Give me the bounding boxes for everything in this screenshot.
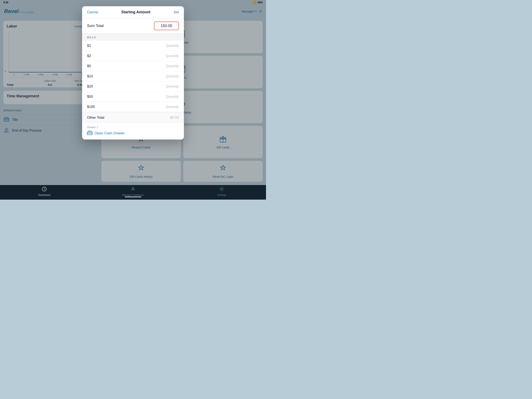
open-cash-drawer-text: Open Cash Drawer: [95, 131, 125, 135]
bill-quantity-5: Quantity: [166, 64, 179, 68]
sum-total-label: Sum Total: [87, 24, 104, 28]
bills-label: BILLS: [87, 36, 96, 39]
bill-quantity-2: Quantity: [166, 54, 179, 58]
bill-quantity-1: Quantity: [166, 44, 179, 48]
drawer-section: Drawer 1 Open Cash Drawer: [82, 123, 184, 140]
bill-quantity-50: Quantity: [166, 95, 179, 99]
bill-denomination-5: $5: [87, 64, 91, 68]
sum-total-value: 150.00: [154, 22, 179, 30]
other-total-row: Other Total $0.00: [82, 112, 184, 123]
bill-quantity-100: Quantity: [166, 105, 179, 109]
open-cash-drawer-button[interactable]: Open Cash Drawer: [87, 130, 125, 136]
bill-denomination-20: $20: [87, 84, 93, 89]
bill-row-5[interactable]: $5 Quantity: [82, 61, 184, 71]
bill-row-20[interactable]: $20 Quantity: [82, 82, 184, 92]
cash-drawer-icon: [87, 130, 93, 136]
bill-denomination-1: $1: [87, 44, 91, 48]
bill-row-50[interactable]: $50 Quantity: [82, 92, 184, 102]
bill-denomination-50: $50: [87, 95, 93, 99]
modal-set-button[interactable]: Set: [173, 10, 179, 14]
modal-overlay: Cancel Starting Amount Set Sum Total 150…: [0, 0, 266, 200]
bill-quantity-20: Quantity: [166, 84, 179, 89]
modal-title: Starting Amount: [121, 10, 151, 14]
modal-cancel-button[interactable]: Cancel: [87, 10, 98, 14]
modal-header: Cancel Starting Amount Set: [82, 6, 184, 18]
sum-total-row: Sum Total 150.00: [82, 18, 184, 34]
bill-quantity-10: Quantity: [166, 74, 179, 78]
drawer-label: Drawer 1: [87, 126, 179, 129]
bill-denomination-100: $100: [87, 105, 95, 109]
bill-row-10[interactable]: $10 Quantity: [82, 71, 184, 82]
bill-denomination-10: $10: [87, 74, 93, 78]
starting-amount-modal: Cancel Starting Amount Set Sum Total 150…: [82, 6, 184, 140]
bills-header: BILLS: [82, 34, 184, 41]
bill-denomination-2: $2: [87, 54, 91, 58]
bill-row-100[interactable]: $100 Quantity: [82, 102, 184, 112]
other-total-label: Other Total: [87, 116, 104, 120]
other-total-value: $0.00: [170, 116, 179, 120]
bill-row-1[interactable]: $1 Quantity: [82, 41, 184, 51]
bill-row-2[interactable]: $2 Quantity: [82, 51, 184, 61]
